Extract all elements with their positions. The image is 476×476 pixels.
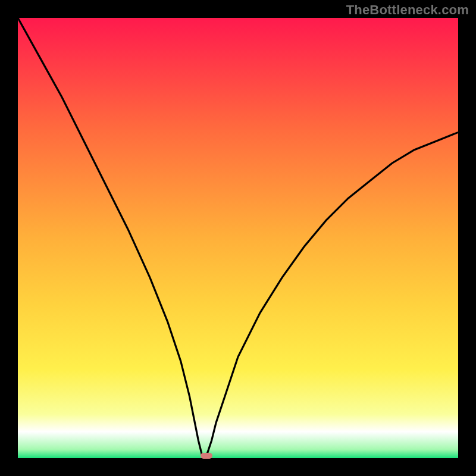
dip-marker (201, 453, 212, 459)
watermark-text: TheBottleneck.com (346, 2, 469, 18)
plot-area (18, 18, 458, 458)
chart-stage: TheBottleneck.com (0, 0, 476, 476)
plot-gradient-bg (18, 18, 458, 458)
